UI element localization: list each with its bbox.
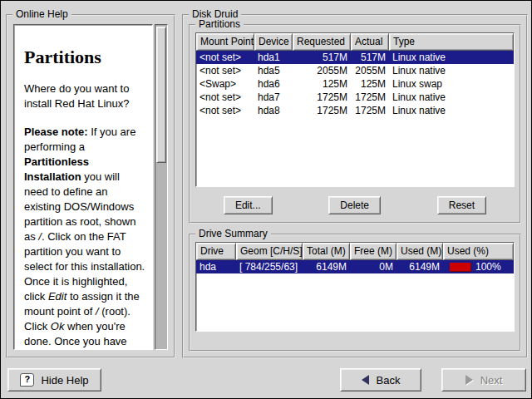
column-header-requested[interactable]: Requested xyxy=(293,33,351,51)
next-label: Next xyxy=(480,374,503,387)
cell-mount-point: <not set> xyxy=(196,91,254,104)
next-arrow-icon xyxy=(466,375,473,385)
cell-mount-point: <not set> xyxy=(196,51,254,64)
cell-device: hda8 xyxy=(254,104,293,117)
help-icon: ? xyxy=(20,373,34,387)
hide-help-label: Hide Help xyxy=(41,374,88,387)
cell-geom: [ 784/255/63] xyxy=(236,260,303,273)
cell-mount-point: <not set> xyxy=(196,104,254,117)
cell-mount-point: <Swap> xyxy=(196,77,254,91)
partition-row[interactable]: <Swap> hda6 125M 125M Linux swap xyxy=(196,77,514,91)
cell-actual: 517M xyxy=(351,51,389,64)
partition-row[interactable]: <not set> hda5 2055M 2055M Linux native xyxy=(196,64,514,77)
column-header-total[interactable]: Total (M) xyxy=(303,243,350,260)
help-note-segment: Edit xyxy=(48,290,66,303)
help-note-segment: Ok xyxy=(51,320,65,332)
cell-requested: 1725M xyxy=(293,91,351,104)
next-button[interactable]: Next xyxy=(441,368,526,392)
drive-row[interactable]: hda [ 784/255/63] 6149M 0M 6149M 100% xyxy=(196,260,514,273)
help-note-segment: Partitionless Installation xyxy=(24,155,89,183)
cell-type: Linux native xyxy=(389,91,514,104)
cell-used: 6149M xyxy=(397,260,443,273)
cell-device: hda6 xyxy=(254,77,293,91)
cell-free: 0M xyxy=(350,260,397,273)
drive-summary-table: Drive Geom [C/H/S] Total (M) Free (M) Us… xyxy=(195,242,515,332)
back-button[interactable]: Back xyxy=(340,368,421,392)
drive-summary-frame-title: Drive Summary xyxy=(195,228,271,239)
reset-button[interactable]: Reset xyxy=(437,196,486,214)
help-content: Partitions Where do you want to install … xyxy=(14,25,152,350)
drive-summary-frame: Drive Summary Drive Geom [C/H/S] Total (… xyxy=(189,234,521,352)
cell-requested: 1725M xyxy=(293,104,351,117)
help-heading: Partitions xyxy=(24,50,145,65)
edit-button[interactable]: Edit... xyxy=(224,196,273,214)
cell-used-pct: 100% xyxy=(443,260,514,273)
column-header-actual[interactable]: Actual xyxy=(351,33,389,51)
cell-mount-point: <not set> xyxy=(196,64,254,77)
help-scrollbar-thumb[interactable] xyxy=(156,27,166,163)
cell-actual: 1725M xyxy=(351,104,389,117)
back-arrow-icon xyxy=(362,375,369,385)
help-note-segment: Please note: xyxy=(24,126,88,138)
disk-druid-frame: Disk Druid Partitions Mount Point Device… xyxy=(182,14,528,358)
column-header-free[interactable]: Free (M) xyxy=(350,243,397,260)
column-header-device[interactable]: Device xyxy=(254,33,293,51)
cell-device: hda7 xyxy=(254,91,293,104)
back-label: Back xyxy=(377,374,401,387)
help-intro: Where do you want to install Red Hat Lin… xyxy=(24,81,145,111)
cell-type: Linux native xyxy=(389,51,514,64)
cell-requested: 517M xyxy=(293,51,351,64)
help-note: Please note: If you are performing a Par… xyxy=(24,125,145,350)
online-help-frame: Online Help Partitions Where do you want… xyxy=(6,14,175,358)
partition-actions: Edit... Delete Reset xyxy=(195,195,515,215)
column-header-geom[interactable]: Geom [C/H/S] xyxy=(236,243,303,260)
help-scrollbar[interactable] xyxy=(155,24,168,350)
help-text-area: Partitions Where do you want to install … xyxy=(13,24,153,350)
partition-row[interactable]: <not set> hda1 517M 517M Linux native xyxy=(196,51,514,64)
partition-row[interactable]: <not set> hda8 1725M 1725M Linux native xyxy=(196,104,514,117)
cell-actual: 1725M xyxy=(351,91,389,104)
cell-device: hda1 xyxy=(254,51,293,64)
used-pct-label: 100% xyxy=(475,260,501,273)
cell-requested: 125M xyxy=(293,77,351,91)
column-header-mount-point[interactable]: Mount Point xyxy=(196,33,254,51)
cell-requested: 2055M xyxy=(293,64,351,77)
cell-type: Linux native xyxy=(389,104,514,117)
installer-window: Online Help Partitions Where do you want… xyxy=(0,0,532,399)
cell-type: Linux native xyxy=(389,64,514,77)
cell-actual: 125M xyxy=(351,77,389,91)
hide-help-button[interactable]: ? Hide Help xyxy=(7,368,101,392)
column-header-drive[interactable]: Drive xyxy=(196,243,236,260)
column-header-used[interactable]: Used (M) xyxy=(397,243,443,260)
delete-button[interactable]: Delete xyxy=(328,196,381,214)
cell-total: 6149M xyxy=(303,260,350,273)
partitions-frame-title: Partitions xyxy=(195,18,244,30)
partitions-table: Mount Point Device Requested Actual Type… xyxy=(195,32,515,187)
online-help-frame-title: Online Help xyxy=(12,8,71,20)
column-header-used-pct[interactable]: Used (%) xyxy=(443,243,514,260)
cell-type: Linux swap xyxy=(389,77,514,91)
cell-drive: hda xyxy=(196,260,236,273)
cell-actual: 2055M xyxy=(351,64,389,77)
used-bar xyxy=(450,263,471,272)
partitions-frame: Partitions Mount Point Device Requested … xyxy=(189,24,521,224)
cell-device: hda5 xyxy=(254,64,293,77)
partitions-table-header: Mount Point Device Requested Actual Type xyxy=(196,33,514,51)
column-header-type[interactable]: Type xyxy=(389,33,514,51)
drive-summary-table-header: Drive Geom [C/H/S] Total (M) Free (M) Us… xyxy=(196,243,514,260)
partition-row[interactable]: <not set> hda7 1725M 1725M Linux native xyxy=(196,91,514,104)
